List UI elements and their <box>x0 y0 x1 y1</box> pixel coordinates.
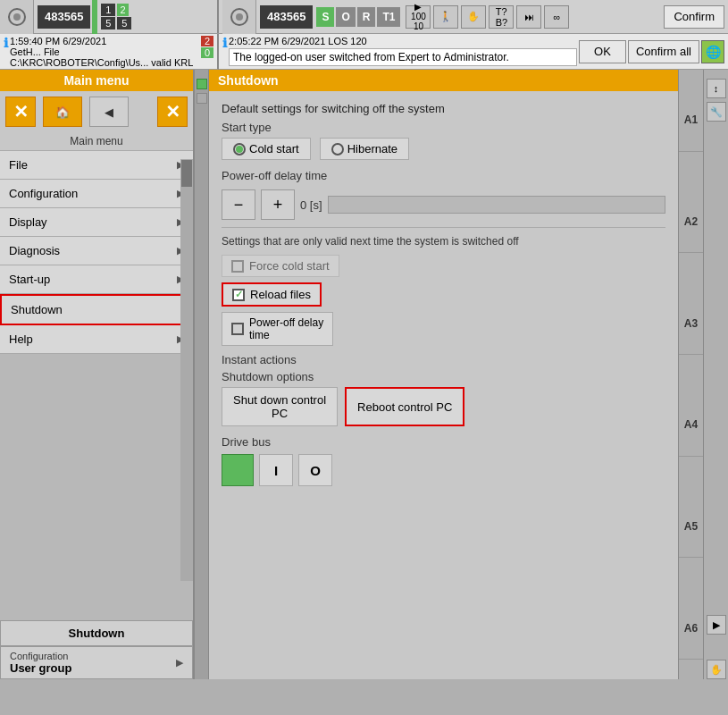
left-indicator-2: 0 <box>201 47 213 58</box>
info-icon-left: ℹ <box>4 36 8 50</box>
indicator-3: 5 <box>101 17 115 29</box>
start-type-label: Start type <box>222 121 665 134</box>
delay-plus-button[interactable]: + <box>261 189 295 220</box>
message-row: ℹ 1:59:40 PM 6/29/2021 GetH... File C:\K… <box>0 34 728 70</box>
default-section-label: Default settings for switching off the s… <box>222 102 665 115</box>
a1-label: A1 <box>679 89 703 152</box>
reload-files-label: Reload files <box>250 288 311 301</box>
power-delay-label: Power-off delay time <box>222 169 665 182</box>
drive-bus-off-button[interactable]: O <box>298 454 332 486</box>
cold-start-label: Cold start <box>249 142 299 156</box>
strip-indicator <box>197 79 207 89</box>
radio-hibernate[interactable]: Hibernate <box>320 138 409 160</box>
drive-bus-row: I O <box>222 454 665 486</box>
radio-cold-start-dot <box>233 143 246 156</box>
infinity-icon: ∞ <box>544 5 569 29</box>
shutdown-bottom-button[interactable]: Shutdown <box>0 620 193 646</box>
speed-icon: ▶10010 <box>406 5 431 29</box>
a6-label: A6 <box>679 597 703 660</box>
reload-files-checkbox[interactable]: Reload files <box>222 282 322 307</box>
tool-icon[interactable]: 🔧 <box>707 102 726 122</box>
usergroup-label: User group <box>10 661 71 675</box>
separator-1 <box>222 227 665 228</box>
sidebar-nav-row: ✕ 🏠 ◀ ✕ <box>0 91 193 132</box>
delay-minus-button[interactable]: − <box>222 189 255 220</box>
svg-point-1 <box>13 13 21 21</box>
a-labels: A1 A2 A3 A4 A5 A6 <box>678 70 703 679</box>
main-area: Main menu ✕ 🏠 ◀ ✕ Main menu File ▶ Confi… <box>0 70 728 679</box>
a2-label: A2 <box>679 190 703 253</box>
instant-actions-label: Instant actions <box>222 353 665 366</box>
top-right-section: 483565 S O R T1 ▶10010 🚶 ✋ T?B? ⏭ ∞ Conf… <box>219 0 728 33</box>
menu-item-display[interactable]: Display ▶ <box>0 208 193 237</box>
badge-t1: T1 <box>377 7 400 27</box>
top-icons: ▶10010 🚶 ✋ T?B? ⏭ ∞ <box>406 5 569 29</box>
a4-label: A4 <box>679 394 703 457</box>
confirm-button[interactable]: Confirm <box>664 5 724 29</box>
menu-item-startup[interactable]: Start-up ▶ <box>0 265 193 294</box>
close-button[interactable]: ✕ <box>5 97 36 127</box>
question-icon: T?B? <box>489 5 514 29</box>
status-badges: S O R T1 <box>316 7 400 27</box>
delay-bar <box>328 196 665 214</box>
power-off-delay-label: Power-off delaytime <box>249 316 323 341</box>
message-right-time: 2:05:22 PM 6/29/2021 LOS 120 <box>229 36 577 46</box>
config-label: Configuration <box>10 651 71 661</box>
badge-o: O <box>336 7 355 27</box>
sidebar-scrollbar[interactable] <box>180 159 193 581</box>
drive-bus-on-button[interactable]: I <box>259 454 293 486</box>
radio-hibernate-dot <box>331 143 344 156</box>
shutdown-options-label: Shutdown options <box>222 370 665 383</box>
indicator-4: 5 <box>117 17 131 29</box>
hibernate-label: Hibernate <box>347 142 397 156</box>
hand-icon: ✋ <box>461 5 486 29</box>
drive-bus-indicator <box>222 454 254 486</box>
message-right-text: The logged-on user switched from Expert … <box>229 48 577 66</box>
device-id-left: 483565 <box>38 5 90 29</box>
a5-label: A5 <box>679 495 703 558</box>
menu-item-help[interactable]: Help ▶ <box>0 325 193 354</box>
power-off-delay-box <box>231 323 244 335</box>
menu-item-diagnosis[interactable]: Diagnosis ▶ <box>0 237 193 265</box>
sidebar-bottom: Shutdown Configuration User group ▶ <box>0 620 193 679</box>
play-icon[interactable]: ▶ <box>707 615 726 635</box>
message-left: ℹ 1:59:40 PM 6/29/2021 GetH... File C:\K… <box>0 34 219 70</box>
status-bar-left <box>92 0 97 34</box>
radio-group-start-type: Cold start Hibernate <box>222 138 665 160</box>
scroll-icon[interactable]: ↕ <box>707 79 726 98</box>
a3-label: A3 <box>679 292 703 355</box>
message-right: ℹ 2:05:22 PM 6/29/2021 LOS 120 The logge… <box>219 34 728 70</box>
sidebar-menu-title: Main menu <box>0 132 193 151</box>
force-cold-start-box <box>231 260 244 273</box>
robot-icon-right <box>222 0 256 34</box>
delay-value: 0 [s] <box>300 198 322 212</box>
arrow-usergroup: ▶ <box>176 657 183 669</box>
indicator-green: 2 <box>117 4 128 16</box>
radio-cold-start[interactable]: Cold start <box>222 138 311 160</box>
shutdown-control-button[interactable]: Shut down control PC <box>222 387 338 426</box>
menu-item-file[interactable]: File ▶ <box>0 151 193 180</box>
ok-button[interactable]: OK <box>579 40 626 63</box>
strip-indicator-2 <box>197 93 207 104</box>
hand2-icon[interactable]: ✋ <box>707 660 726 679</box>
sidebar-strip <box>195 70 209 679</box>
indicator-1: 1 <box>101 4 115 16</box>
config-usergroup-button[interactable]: Configuration User group ▶ <box>0 646 193 679</box>
home-button[interactable]: 🏠 <box>43 97 82 127</box>
svg-point-3 <box>236 13 243 21</box>
force-cold-start-checkbox[interactable]: Force cold start <box>222 255 339 277</box>
device-id-right: 483565 <box>260 5 313 29</box>
menu-item-shutdown[interactable]: Shutdown <box>0 294 193 325</box>
confirm-all-button[interactable]: Confirm all <box>628 40 699 63</box>
badge-r: R <box>357 7 376 27</box>
top-left-section: 483565 1 2 5 5 <box>0 0 219 33</box>
power-delay-row: − + 0 [s] <box>222 189 665 220</box>
menu-item-configuration[interactable]: Configuration ▶ <box>0 180 193 208</box>
close-button-2[interactable]: ✕ <box>157 97 188 127</box>
reboot-control-button[interactable]: Reboot control PC <box>345 387 464 426</box>
back-button[interactable]: ◀ <box>89 97 129 127</box>
walk-icon: 🚶 <box>433 5 458 29</box>
dialog-content: Default settings for switching off the s… <box>209 91 678 497</box>
shutdown-btns-row: Shut down control PC Reboot control PC <box>222 387 665 426</box>
power-off-delay-checkbox[interactable]: Power-off delaytime <box>222 312 333 346</box>
